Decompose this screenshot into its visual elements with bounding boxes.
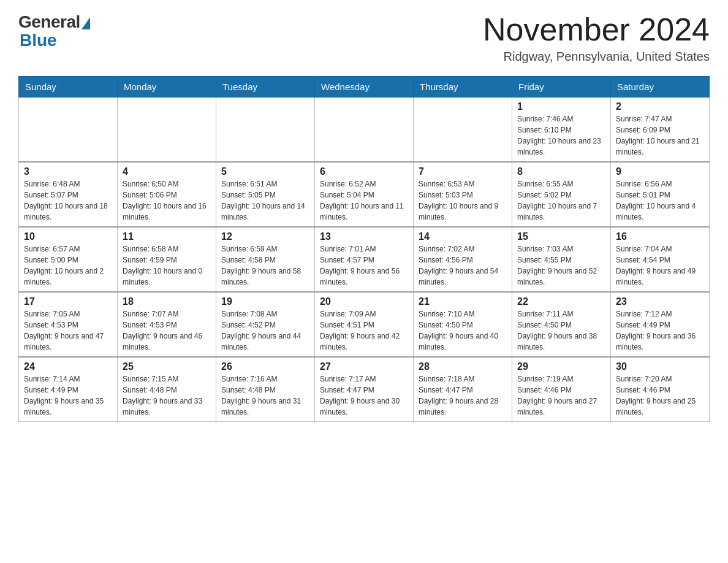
calendar-cell: 18Sunrise: 7:07 AM Sunset: 4:53 PM Dayli… xyxy=(118,292,216,357)
day-number: 21 xyxy=(419,296,507,307)
day-number: 11 xyxy=(123,231,211,242)
week-row-3: 10Sunrise: 6:57 AM Sunset: 5:00 PM Dayli… xyxy=(19,227,710,292)
week-row-1: 1Sunrise: 7:46 AM Sunset: 6:10 PM Daylig… xyxy=(19,98,710,163)
day-info: Sunrise: 6:52 AM Sunset: 5:04 PM Dayligh… xyxy=(320,178,408,223)
day-info: Sunrise: 7:12 AM Sunset: 4:49 PM Dayligh… xyxy=(616,308,704,353)
day-number: 15 xyxy=(517,231,605,242)
day-number: 16 xyxy=(616,231,704,242)
weekday-header-monday: Monday xyxy=(118,77,216,98)
day-number: 2 xyxy=(616,101,704,112)
logo-general-text: General xyxy=(18,12,80,32)
day-number: 12 xyxy=(221,231,309,242)
calendar-cell: 23Sunrise: 7:12 AM Sunset: 4:49 PM Dayli… xyxy=(611,292,710,357)
day-info: Sunrise: 7:15 AM Sunset: 4:48 PM Dayligh… xyxy=(123,373,211,418)
calendar-cell: 12Sunrise: 6:59 AM Sunset: 4:58 PM Dayli… xyxy=(216,227,315,292)
weekday-header-row: SundayMondayTuesdayWednesdayThursdayFrid… xyxy=(19,77,710,98)
logo-triangle-icon xyxy=(82,17,90,29)
day-info: Sunrise: 7:17 AM Sunset: 4:47 PM Dayligh… xyxy=(320,373,408,418)
calendar-cell: 17Sunrise: 7:05 AM Sunset: 4:53 PM Dayli… xyxy=(19,292,118,357)
day-number: 4 xyxy=(123,166,211,177)
calendar-cell xyxy=(315,98,414,163)
location-subtitle: Ridgway, Pennsylvania, United States xyxy=(483,50,710,64)
calendar-cell: 11Sunrise: 6:58 AM Sunset: 4:59 PM Dayli… xyxy=(118,227,216,292)
day-info: Sunrise: 7:11 AM Sunset: 4:50 PM Dayligh… xyxy=(517,308,605,353)
calendar-cell: 7Sunrise: 6:53 AM Sunset: 5:03 PM Daylig… xyxy=(414,162,512,227)
day-number: 28 xyxy=(419,361,507,372)
day-number: 23 xyxy=(616,296,704,307)
calendar-cell: 29Sunrise: 7:19 AM Sunset: 4:46 PM Dayli… xyxy=(512,357,611,422)
calendar-cell: 26Sunrise: 7:16 AM Sunset: 4:48 PM Dayli… xyxy=(216,357,315,422)
calendar-cell: 1Sunrise: 7:46 AM Sunset: 6:10 PM Daylig… xyxy=(512,98,611,163)
weekday-header-sunday: Sunday xyxy=(19,77,118,98)
logo: General Blue xyxy=(18,12,90,50)
day-number: 20 xyxy=(320,296,408,307)
calendar-cell: 21Sunrise: 7:10 AM Sunset: 4:50 PM Dayli… xyxy=(414,292,512,357)
day-info: Sunrise: 7:03 AM Sunset: 4:55 PM Dayligh… xyxy=(517,243,605,288)
title-section: November 2024 Ridgway, Pennsylvania, Uni… xyxy=(483,12,710,64)
day-info: Sunrise: 7:46 AM Sunset: 6:10 PM Dayligh… xyxy=(517,113,605,158)
calendar-cell: 22Sunrise: 7:11 AM Sunset: 4:50 PM Dayli… xyxy=(512,292,611,357)
day-info: Sunrise: 7:02 AM Sunset: 4:56 PM Dayligh… xyxy=(419,243,507,288)
weekday-header-thursday: Thursday xyxy=(414,77,512,98)
calendar-cell: 9Sunrise: 6:56 AM Sunset: 5:01 PM Daylig… xyxy=(611,162,710,227)
day-number: 8 xyxy=(517,166,605,177)
day-info: Sunrise: 6:58 AM Sunset: 4:59 PM Dayligh… xyxy=(123,243,211,288)
day-info: Sunrise: 7:10 AM Sunset: 4:50 PM Dayligh… xyxy=(419,308,507,353)
logo-blue-text: Blue xyxy=(20,31,57,50)
day-info: Sunrise: 6:51 AM Sunset: 5:05 PM Dayligh… xyxy=(221,178,309,223)
calendar-cell: 24Sunrise: 7:14 AM Sunset: 4:49 PM Dayli… xyxy=(19,357,118,422)
month-title: November 2024 xyxy=(483,12,710,47)
weekday-header-tuesday: Tuesday xyxy=(216,77,315,98)
day-info: Sunrise: 7:14 AM Sunset: 4:49 PM Dayligh… xyxy=(24,373,112,418)
day-info: Sunrise: 7:47 AM Sunset: 6:09 PM Dayligh… xyxy=(616,113,704,158)
day-number: 25 xyxy=(123,361,211,372)
day-number: 26 xyxy=(221,361,309,372)
calendar-cell: 3Sunrise: 6:48 AM Sunset: 5:07 PM Daylig… xyxy=(19,162,118,227)
calendar-cell xyxy=(216,98,315,163)
day-info: Sunrise: 7:08 AM Sunset: 4:52 PM Dayligh… xyxy=(221,308,309,353)
calendar-cell: 6Sunrise: 6:52 AM Sunset: 5:04 PM Daylig… xyxy=(315,162,414,227)
calendar-cell: 10Sunrise: 6:57 AM Sunset: 5:00 PM Dayli… xyxy=(19,227,118,292)
calendar-table: SundayMondayTuesdayWednesdayThursdayFrid… xyxy=(18,76,710,422)
calendar-cell: 30Sunrise: 7:20 AM Sunset: 4:46 PM Dayli… xyxy=(611,357,710,422)
page-header: General Blue November 2024 Ridgway, Penn… xyxy=(18,12,710,64)
calendar-cell: 14Sunrise: 7:02 AM Sunset: 4:56 PM Dayli… xyxy=(414,227,512,292)
calendar-cell: 5Sunrise: 6:51 AM Sunset: 5:05 PM Daylig… xyxy=(216,162,315,227)
calendar-cell: 25Sunrise: 7:15 AM Sunset: 4:48 PM Dayli… xyxy=(118,357,216,422)
day-number: 5 xyxy=(221,166,309,177)
day-number: 1 xyxy=(517,101,605,112)
calendar-cell: 20Sunrise: 7:09 AM Sunset: 4:51 PM Dayli… xyxy=(315,292,414,357)
day-info: Sunrise: 7:04 AM Sunset: 4:54 PM Dayligh… xyxy=(616,243,704,288)
day-number: 13 xyxy=(320,231,408,242)
calendar-cell: 27Sunrise: 7:17 AM Sunset: 4:47 PM Dayli… xyxy=(315,357,414,422)
day-info: Sunrise: 6:56 AM Sunset: 5:01 PM Dayligh… xyxy=(616,178,704,223)
day-number: 27 xyxy=(320,361,408,372)
calendar-cell: 16Sunrise: 7:04 AM Sunset: 4:54 PM Dayli… xyxy=(611,227,710,292)
calendar-cell: 15Sunrise: 7:03 AM Sunset: 4:55 PM Dayli… xyxy=(512,227,611,292)
calendar-cell: 19Sunrise: 7:08 AM Sunset: 4:52 PM Dayli… xyxy=(216,292,315,357)
week-row-2: 3Sunrise: 6:48 AM Sunset: 5:07 PM Daylig… xyxy=(19,162,710,227)
day-number: 14 xyxy=(419,231,507,242)
day-info: Sunrise: 7:01 AM Sunset: 4:57 PM Dayligh… xyxy=(320,243,408,288)
day-number: 29 xyxy=(517,361,605,372)
day-number: 30 xyxy=(616,361,704,372)
weekday-header-friday: Friday xyxy=(512,77,611,98)
day-info: Sunrise: 7:16 AM Sunset: 4:48 PM Dayligh… xyxy=(221,373,309,418)
week-row-4: 17Sunrise: 7:05 AM Sunset: 4:53 PM Dayli… xyxy=(19,292,710,357)
day-number: 10 xyxy=(24,231,112,242)
calendar-cell xyxy=(19,98,118,163)
day-number: 17 xyxy=(24,296,112,307)
day-info: Sunrise: 7:05 AM Sunset: 4:53 PM Dayligh… xyxy=(24,308,112,353)
weekday-header-saturday: Saturday xyxy=(611,77,710,98)
weekday-header-wednesday: Wednesday xyxy=(315,77,414,98)
calendar-cell: 4Sunrise: 6:50 AM Sunset: 5:06 PM Daylig… xyxy=(118,162,216,227)
calendar-cell xyxy=(118,98,216,163)
day-number: 3 xyxy=(24,166,112,177)
day-number: 7 xyxy=(419,166,507,177)
day-info: Sunrise: 7:09 AM Sunset: 4:51 PM Dayligh… xyxy=(320,308,408,353)
day-number: 24 xyxy=(24,361,112,372)
day-info: Sunrise: 6:59 AM Sunset: 4:58 PM Dayligh… xyxy=(221,243,309,288)
day-info: Sunrise: 7:07 AM Sunset: 4:53 PM Dayligh… xyxy=(123,308,211,353)
calendar-cell: 8Sunrise: 6:55 AM Sunset: 5:02 PM Daylig… xyxy=(512,162,611,227)
calendar-cell: 2Sunrise: 7:47 AM Sunset: 6:09 PM Daylig… xyxy=(611,98,710,163)
